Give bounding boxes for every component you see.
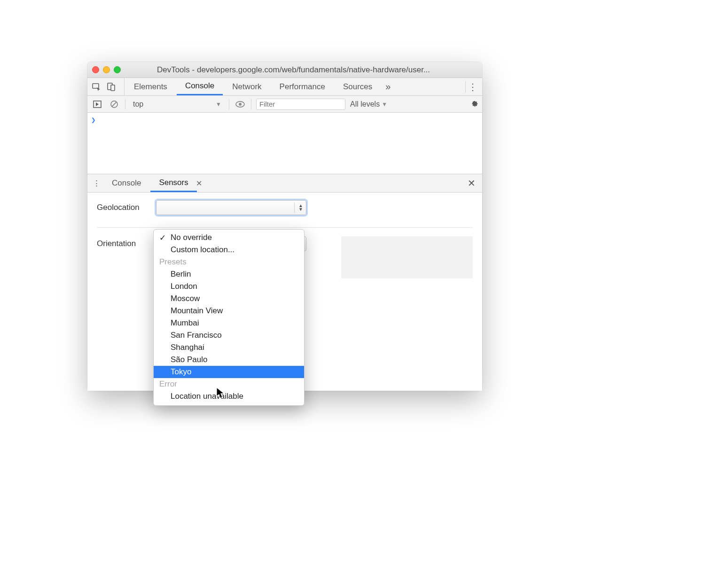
geo-option-mumbai[interactable]: Mumbai — [154, 317, 304, 329]
drawer-tab-sensors[interactable]: Sensors — [150, 174, 196, 192]
log-levels-value: All levels — [350, 100, 380, 108]
geo-option-london[interactable]: London — [154, 280, 304, 293]
geo-option-mountain-view[interactable]: Mountain View — [154, 305, 304, 317]
geo-option-shanghai[interactable]: Shanghai — [154, 341, 304, 354]
live-expression-icon[interactable] — [234, 98, 246, 110]
geo-option-berlin[interactable]: Berlin — [154, 268, 304, 280]
svg-point-7 — [239, 103, 242, 106]
titlebar: DevTools - developers.google.com/web/fun… — [87, 62, 482, 78]
orientation-label: Orientation — [97, 236, 148, 248]
geo-option-no-override[interactable]: No override — [154, 232, 304, 244]
geo-option-san-francisco[interactable]: San Francisco — [154, 329, 304, 341]
tab-elements[interactable]: Elements — [125, 78, 176, 95]
window-controls — [92, 66, 121, 73]
geo-option-moscow[interactable]: Moscow — [154, 293, 304, 305]
geo-group-presets: Presets — [154, 256, 304, 268]
mouse-cursor-icon — [216, 387, 226, 401]
toggle-sidebar-icon[interactable] — [91, 98, 103, 110]
tab-sources[interactable]: Sources — [335, 78, 381, 95]
geolocation-label: Geolocation — [97, 200, 148, 212]
geolocation-select[interactable]: ▲▼ — [156, 200, 306, 215]
svg-rect-0 — [93, 84, 99, 88]
clear-console-icon[interactable] — [108, 98, 120, 110]
close-drawer-icon[interactable]: ✕ — [464, 178, 479, 189]
geo-option-sao-paulo[interactable]: São Paulo — [154, 354, 304, 366]
section-divider — [97, 227, 473, 228]
execution-context-value: top — [133, 100, 143, 108]
main-menu-button[interactable]: ⋮ — [465, 81, 479, 93]
main-tabbar: Elements Console Network Performance Sou… — [87, 78, 482, 96]
console-settings-icon[interactable] — [470, 99, 478, 109]
device-toggle-icon[interactable] — [105, 81, 117, 93]
geo-option-location-unavailable[interactable]: Location unavailable — [154, 390, 304, 402]
drawer-tabbar: ⋮ Console Sensors ✕ ✕ — [87, 174, 482, 193]
select-chevrons-icon: ▲▼ — [298, 204, 303, 211]
orientation-preview — [341, 236, 473, 279]
more-tabs-button[interactable]: » — [382, 81, 394, 92]
tab-performance[interactable]: Performance — [271, 78, 334, 95]
geolocation-dropdown: No override Custom location... Presets B… — [153, 229, 305, 406]
minimize-window-button[interactable] — [103, 66, 110, 73]
close-sensors-tab-icon[interactable]: ✕ — [194, 179, 204, 188]
execution-context-select[interactable]: top ▼ — [130, 99, 224, 109]
geo-option-tokyo[interactable]: Tokyo — [154, 366, 304, 378]
geo-option-custom[interactable]: Custom location... — [154, 244, 304, 256]
filter-input[interactable] — [256, 99, 345, 110]
console-prompt-icon: ❯ — [91, 116, 96, 124]
chevron-down-icon: ▼ — [216, 101, 221, 108]
window-title: DevTools - developers.google.com/web/fun… — [128, 65, 477, 75]
chevron-down-icon: ▼ — [382, 101, 387, 108]
geo-group-error: Error — [154, 378, 304, 390]
console-output[interactable]: ❯ — [87, 113, 482, 174]
inspect-icon[interactable] — [90, 81, 102, 93]
tab-console[interactable]: Console — [177, 78, 223, 95]
drawer-menu-button[interactable]: ⋮ — [90, 177, 102, 189]
svg-line-5 — [112, 102, 117, 107]
log-levels-select[interactable]: All levels ▼ — [350, 100, 387, 108]
drawer-tab-console[interactable]: Console — [103, 174, 149, 192]
close-window-button[interactable] — [92, 66, 99, 73]
console-toolbar: top ▼ All levels ▼ — [87, 96, 482, 113]
svg-rect-2 — [111, 85, 115, 91]
tab-network[interactable]: Network — [224, 78, 270, 95]
zoom-window-button[interactable] — [114, 66, 121, 73]
